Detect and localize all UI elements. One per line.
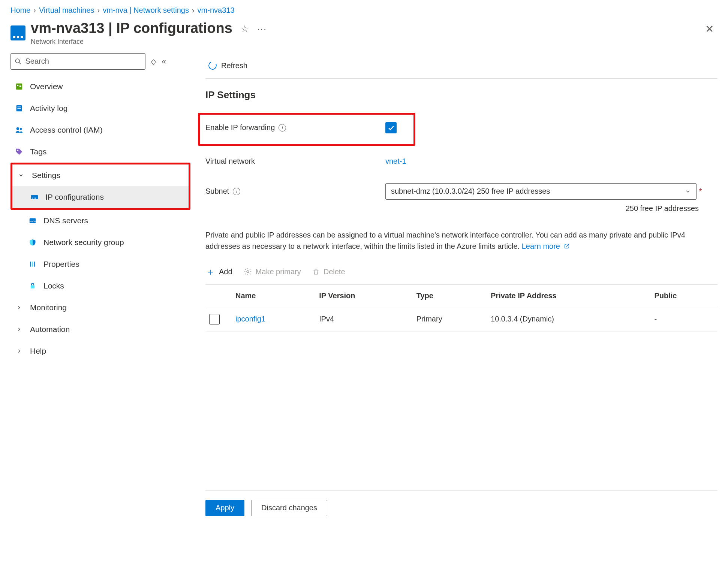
- sidebar-item-label: Access control (IAM): [30, 126, 103, 135]
- enable-ip-forwarding-label: Enable IP forwarding: [205, 123, 275, 132]
- gear-icon: [244, 268, 252, 276]
- chevron-right-icon: ›: [97, 6, 100, 15]
- delete-button[interactable]: Delete: [312, 268, 345, 276]
- apply-button[interactable]: Apply: [205, 500, 244, 516]
- close-button[interactable]: ✕: [701, 21, 718, 37]
- ip-settings-heading: IP Settings: [205, 89, 718, 101]
- people-icon: [14, 126, 24, 134]
- highlight-settings-group: Settings IP configurations: [10, 163, 190, 210]
- ipconfig-name-link[interactable]: ipconfig1: [235, 315, 265, 323]
- sidebar-item-label: Properties: [43, 260, 79, 269]
- subnet-dropdown[interactable]: subnet-dmz (10.0.3.0/24) 250 free IP add…: [385, 183, 697, 200]
- search-input[interactable]: [24, 57, 141, 66]
- plus-icon: ＋: [205, 265, 215, 278]
- breadcrumb-home[interactable]: Home: [10, 6, 30, 15]
- sidebar-item-nsg[interactable]: Network security group: [10, 232, 190, 253]
- sidebar-item-label: Activity log: [30, 104, 67, 113]
- command-bar: Refresh: [205, 53, 718, 79]
- enable-ip-forwarding-row: Enable IP forwarding i: [205, 117, 718, 138]
- sidebar-group-automation[interactable]: Automation: [10, 318, 190, 340]
- sidebar-group-help[interactable]: Help: [10, 340, 190, 362]
- breadcrumb-network-settings[interactable]: vm-nva | Network settings: [103, 6, 189, 15]
- refresh-label: Refresh: [221, 61, 247, 70]
- subnet-row: Subnet i subnet-dmz (10.0.3.0/24) 250 fr…: [205, 181, 718, 202]
- make-primary-label: Make primary: [256, 268, 301, 276]
- sidebar-group-label: Monitoring: [30, 303, 67, 312]
- sidebar-group-label: Help: [30, 347, 46, 356]
- delete-label: Delete: [324, 268, 345, 276]
- svg-point-15: [35, 197, 36, 199]
- chevron-down-icon: [685, 188, 691, 194]
- sidebar-group-label: Automation: [30, 325, 70, 334]
- breadcrumb: Home › Virtual machines › vm-nva | Netwo…: [10, 4, 718, 21]
- svg-rect-18: [30, 262, 31, 266]
- svg-rect-2: [16, 84, 22, 90]
- cell-private: 10.0.3.4 (Dynamic): [487, 307, 650, 331]
- sidebar-item-label: Network security group: [43, 238, 124, 247]
- col-private: Private IP Address: [487, 284, 650, 307]
- page-title: vm-nva313 | IP configurations: [31, 21, 232, 36]
- svg-point-22: [247, 271, 249, 273]
- sidebar-group-settings[interactable]: Settings: [12, 164, 189, 186]
- sidebar-item-overview[interactable]: Overview: [10, 76, 190, 97]
- more-actions-icon[interactable]: ···: [257, 24, 267, 34]
- svg-rect-12: [31, 195, 38, 199]
- page-subtitle: Network Interface: [31, 38, 232, 46]
- svg-text:www: www: [29, 219, 36, 223]
- breadcrumb-vms[interactable]: Virtual machines: [39, 6, 94, 15]
- add-label: Add: [219, 268, 232, 276]
- sidebar-item-locks[interactable]: Locks: [10, 275, 190, 297]
- tag-icon: [14, 148, 24, 156]
- sidebar-item-tags[interactable]: Tags: [10, 141, 190, 163]
- sidebar-item-dns-servers[interactable]: www DNS servers: [10, 210, 190, 232]
- virtual-network-link[interactable]: vnet-1: [385, 157, 406, 166]
- svg-rect-5: [19, 86, 21, 87]
- col-name: Name: [232, 284, 315, 307]
- sidebar-item-iam[interactable]: Access control (IAM): [10, 119, 190, 141]
- sidebar-item-ip-configurations[interactable]: IP configurations: [12, 186, 189, 208]
- learn-more-link[interactable]: Learn more: [522, 242, 570, 250]
- sidebar-group-label: Settings: [32, 171, 60, 180]
- svg-rect-7: [17, 106, 21, 107]
- add-button[interactable]: ＋ Add: [205, 265, 232, 278]
- sidebar-item-label: Tags: [30, 147, 46, 156]
- favorite-star-icon[interactable]: ☆: [241, 24, 249, 34]
- info-icon[interactable]: i: [233, 188, 240, 195]
- ip-description-text: Private and public IP addresses can be a…: [205, 231, 685, 250]
- refresh-button[interactable]: Refresh: [205, 61, 250, 70]
- enable-ip-forwarding-checkbox[interactable]: [385, 122, 397, 133]
- search-box[interactable]: [10, 53, 145, 70]
- collapse-sidebar-icon[interactable]: «: [162, 57, 166, 66]
- main-content: Refresh IP Settings Enable IP forwarding…: [190, 53, 718, 525]
- sidebar-group-monitoring[interactable]: Monitoring: [10, 297, 190, 318]
- breadcrumb-current[interactable]: vm-nva313: [198, 6, 235, 15]
- svg-rect-4: [19, 85, 21, 85]
- cell-ipversion: IPv4: [315, 307, 413, 331]
- refresh-icon: [207, 60, 218, 71]
- sidebar-item-label: IP configurations: [45, 193, 104, 202]
- sidebar-item-activity-log[interactable]: Activity log: [10, 97, 190, 119]
- sidebar-item-properties[interactable]: Properties: [10, 253, 190, 275]
- lock-icon: [28, 282, 37, 290]
- svg-point-11: [17, 149, 19, 151]
- virtual-network-row: Virtual network vnet-1: [205, 151, 718, 172]
- discard-button[interactable]: Discard changes: [251, 500, 327, 516]
- col-public: Public: [650, 284, 718, 307]
- svg-line-1: [19, 62, 21, 64]
- table-row[interactable]: ipconfig1 IPv4 Primary 10.0.3.4 (Dynamic…: [205, 307, 718, 331]
- shield-icon: [28, 238, 37, 247]
- sort-icon[interactable]: ◇: [151, 57, 156, 66]
- subnet-label: Subnet: [205, 187, 229, 196]
- info-icon[interactable]: i: [279, 124, 286, 132]
- network-interface-icon: [10, 25, 25, 40]
- make-primary-button[interactable]: Make primary: [244, 268, 301, 276]
- row-checkbox[interactable]: [209, 314, 220, 324]
- ip-config-table: Name IP Version Type Private IP Address …: [205, 284, 718, 332]
- svg-rect-19: [32, 262, 33, 266]
- required-indicator: *: [699, 187, 702, 196]
- chevron-right-icon: [14, 305, 24, 310]
- chevron-right-icon: [14, 327, 24, 332]
- col-type: Type: [413, 284, 487, 307]
- svg-point-9: [16, 127, 19, 130]
- external-link-icon: [564, 243, 570, 249]
